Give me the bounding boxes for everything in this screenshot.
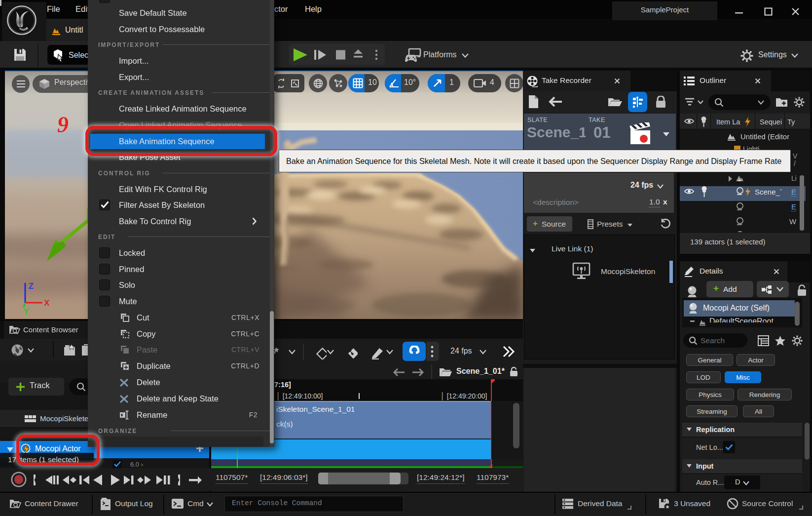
svg-text:Z: Z [29, 281, 34, 291]
svg-text:Y: Y [24, 307, 30, 317]
svg-text:X: X [44, 298, 50, 308]
